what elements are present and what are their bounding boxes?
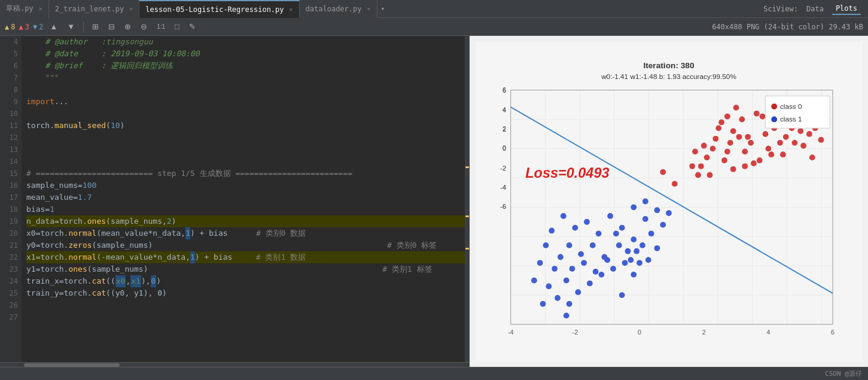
sciview-data-link[interactable]: Data	[803, 4, 827, 14]
code-lines[interactable]: # @author : tingsonguu # @date : 2019-09…	[22, 36, 465, 362]
warning-icon: ▲	[5, 23, 9, 31]
code-line: # @date : 2019-09-03 10:08:00	[26, 48, 465, 60]
svg-point-54	[766, 146, 772, 152]
up-arrow-button[interactable]: ▲	[47, 21, 60, 32]
svg-text:0: 0	[502, 144, 506, 151]
tab-close-icon[interactable]: ✕	[290, 6, 293, 13]
errors-badge[interactable]: ▲ 3	[19, 23, 29, 31]
svg-point-92	[561, 213, 567, 219]
svg-point-91	[672, 181, 678, 187]
svg-text:6: 6	[831, 329, 835, 336]
tab-dropdown-button[interactable]: ▾	[377, 5, 389, 13]
code-line: # @author : tingsonguu	[26, 36, 465, 48]
svg-point-66	[715, 125, 721, 131]
fit-button[interactable]: □	[172, 21, 182, 32]
tab-dataloader[interactable]: dataloader.py ✕	[300, 0, 377, 18]
sciview-plots-link[interactable]: Plots	[832, 3, 861, 15]
svg-point-125	[546, 284, 552, 290]
svg-point-114	[639, 242, 645, 248]
svg-text:4: 4	[502, 106, 506, 113]
tab-lenet[interactable]: 2_train_lenet.py ✕	[49, 0, 140, 18]
svg-point-45	[748, 140, 754, 146]
code-editor: 45678 910111213 1415161718 1920212223 24…	[0, 36, 470, 367]
error-icon: ▲	[19, 23, 23, 31]
svg-point-136	[642, 199, 648, 205]
svg-text:2: 2	[502, 125, 506, 132]
warnings-badge[interactable]: ▲ 8	[5, 23, 15, 31]
svg-point-42	[701, 143, 707, 149]
svg-point-111	[604, 257, 610, 263]
tab-label: dataloader.py	[306, 5, 362, 13]
down-arrow-button[interactable]: ▼	[64, 21, 78, 32]
svg-point-98	[631, 236, 636, 242]
plot-subtitle: w0:-1.41 w1:-1.48 b: 1.93 accuracy:99.50…	[601, 72, 736, 80]
plot-panel: Iteration: 380 w0:-1.41 w1:-1.48 b: 1.93…	[470, 36, 868, 367]
svg-point-82	[751, 160, 757, 166]
zoom-out-button[interactable]: ⊖	[138, 21, 150, 32]
svg-point-78	[792, 140, 798, 146]
svg-point-104	[613, 230, 619, 236]
svg-point-139	[666, 210, 672, 216]
tab-bar: 草稿.py ✕ 2_train_lenet.py ✕ lesson-05-Log…	[0, 0, 868, 18]
zoom-in-button[interactable]: ⊕	[121, 21, 134, 32]
svg-point-126	[555, 295, 561, 301]
code-line	[26, 84, 465, 96]
svg-point-95	[596, 230, 602, 236]
svg-point-138	[660, 222, 666, 228]
grid-button[interactable]: ⊞	[89, 21, 102, 32]
status-bar: CSDN @源仔	[0, 367, 868, 380]
ratio-button[interactable]: 1:1	[154, 22, 168, 31]
svg-point-68	[763, 131, 769, 137]
svg-point-76	[757, 157, 763, 163]
svg-point-80	[727, 140, 733, 146]
svg-point-119	[587, 281, 593, 287]
code-line	[26, 311, 465, 323]
sciview-area: SciView: Data Plots	[756, 3, 868, 15]
svg-point-144	[771, 117, 777, 123]
svg-text:-2: -2	[500, 165, 506, 172]
svg-point-105	[625, 248, 631, 254]
svg-point-134	[631, 272, 636, 278]
code-line: x0 = torch.normal(mean_value * n_data, 1…	[26, 227, 465, 239]
toolbar: ▲ 8 ▲ 3 ▼ 2 ▲ ▼ ⊞ ⊟ ⊕ ⊖ 1:1 □ ✎ 640x480 …	[0, 18, 868, 36]
svg-point-130	[648, 230, 654, 236]
svg-point-94	[584, 219, 590, 225]
code-line: y1 = torch.ones(sample_nums) # 类别1 标签	[26, 263, 465, 275]
table-button[interactable]: ⊟	[105, 21, 118, 32]
svg-point-143	[771, 104, 777, 110]
pencil-button[interactable]: ✎	[186, 21, 199, 32]
info-badge[interactable]: ▼ 2	[33, 23, 43, 31]
svg-point-65	[809, 154, 815, 160]
tab-close-icon[interactable]: ✕	[367, 5, 370, 12]
legend-class0: class 0	[780, 102, 802, 110]
code-line	[26, 132, 465, 144]
svg-point-132	[636, 260, 642, 266]
svg-point-70	[768, 151, 774, 157]
svg-point-122	[622, 260, 628, 266]
tab-close-icon[interactable]: ✕	[39, 5, 42, 12]
svg-point-73	[721, 157, 727, 163]
svg-point-90	[660, 169, 666, 175]
tab-close-icon[interactable]: ✕	[129, 5, 133, 12]
svg-point-67	[739, 117, 745, 123]
svg-point-55	[777, 140, 783, 146]
svg-point-109	[581, 260, 587, 266]
legend-class1: class 1	[780, 115, 802, 123]
tab-logistic[interactable]: lesson-05-Logistic-Regression.py ✕	[139, 0, 299, 18]
svg-point-88	[689, 163, 695, 169]
tab-label: 草稿.py	[6, 4, 33, 14]
tab-draft[interactable]: 草稿.py ✕	[0, 0, 49, 18]
svg-text:2: 2	[702, 329, 706, 336]
svg-point-50	[806, 131, 812, 137]
vscroll-bar[interactable]	[465, 36, 470, 362]
svg-point-48	[783, 134, 789, 140]
code-line: y0 = torch.zeros(sample_nums) # 类别0 标签	[26, 239, 465, 251]
horizontal-scrollbar[interactable]	[0, 362, 470, 367]
svg-rect-142	[766, 96, 830, 128]
svg-point-43	[718, 119, 724, 125]
code-line: train_x = torch.cat((x0, x1), 0)	[26, 275, 465, 287]
svg-point-57	[730, 128, 736, 134]
svg-point-124	[537, 260, 543, 266]
svg-point-140	[564, 312, 569, 318]
svg-text:4: 4	[766, 329, 770, 336]
